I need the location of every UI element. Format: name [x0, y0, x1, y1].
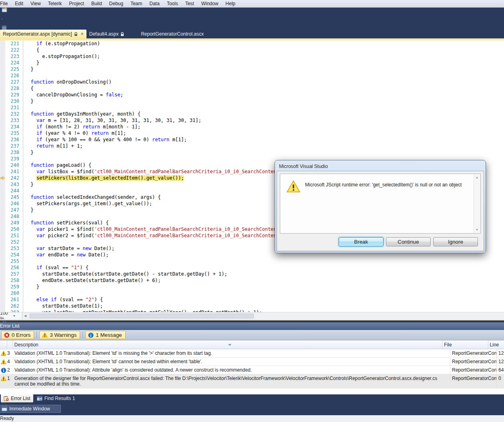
editor-bottom-bar: 100 %▼ ◀	[0, 312, 504, 319]
code-line[interactable]: 238 }	[0, 149, 504, 156]
code-line[interactable]: 230 }	[0, 98, 504, 104]
code-line[interactable]: 232 function getDaysInMonth(year, month)…	[0, 111, 504, 117]
editor-zoom-combo[interactable]: 100 %▼	[0, 312, 22, 320]
code-line[interactable]: 222 {	[0, 47, 504, 53]
dialog-title[interactable]: Microsoft Visual Studio	[277, 162, 484, 171]
file-cell: ReportGeneratorControl.ascx	[450, 349, 496, 357]
error-list-tab-icon	[4, 396, 9, 401]
panel-tab-find-results-1[interactable]: Find Results 1	[34, 394, 78, 402]
panel-tab-label: Find Results 1	[44, 396, 75, 401]
menu-item-tools[interactable]: Tools	[163, 0, 182, 8]
code-line[interactable]: 223 e.stopPropagation();	[0, 53, 504, 60]
line-number: 222	[5, 47, 19, 53]
document-tab-2[interactable]: Default4.aspx	[86, 30, 127, 38]
line-number: 236	[5, 136, 19, 143]
line-number: 225	[5, 66, 19, 72]
menu-item-help[interactable]: Help	[222, 0, 239, 8]
code-line[interactable]: 237 return m[1] + 1;	[0, 143, 504, 149]
code-line[interactable]: 234 if (month != 2) return m[month - 1];	[0, 124, 504, 130]
menu-item-debug[interactable]: Debug	[106, 0, 127, 8]
menu-item-project[interactable]: Project	[66, 0, 88, 8]
code-line[interactable]: 221 if (e.stopPropagation)	[0, 40, 504, 47]
ignore-button[interactable]: Ignore	[433, 237, 478, 246]
code-line[interactable]: 262 startDate.setDate(1);	[0, 303, 504, 309]
line-number: 221	[5, 40, 19, 47]
filter-info-button[interactable]: 1 Message	[85, 331, 125, 339]
lock-icon	[74, 32, 78, 36]
menu-item-test[interactable]: Test	[182, 0, 198, 8]
dialog-buttons: Break Continue Ignore	[339, 237, 478, 246]
line-number: 228	[5, 85, 19, 92]
code-line[interactable]: 259 }	[0, 284, 504, 290]
code-line[interactable]: 263 var lastDay = getDaysInMonth(endDate…	[0, 309, 504, 312]
error-list-row[interactable]: 2Validation (XHTML 1.0 Transitional): At…	[0, 366, 504, 374]
continue-button[interactable]: Continue	[386, 237, 431, 246]
code-line[interactable]: 257 startDate.setDate(startDate.getDate(…	[0, 271, 504, 277]
code-text: function pageLoad() {	[25, 162, 91, 168]
filter-separator	[82, 332, 83, 338]
severity-cell	[0, 374, 7, 381]
menu-bar: FileEditViewTelerikProjectBuildDebugTeam…	[0, 0, 504, 8]
runtime-error-dialog: Microsoft Visual Studio Microsoft JScrip…	[275, 160, 486, 253]
error-list-row[interactable]: 4Validation (XHTML 1.0 Transitional): El…	[0, 358, 504, 366]
error-list-row[interactable]: 1Generation of the designer file for Rep…	[0, 374, 504, 388]
code-text: cancelDropDownClosing = false;	[25, 92, 123, 98]
file-cell: ReportGeneratorControl.ascx	[450, 366, 496, 374]
number-cell: 3	[7, 349, 13, 356]
hscroll-left-arrow[interactable]: ◀	[22, 314, 28, 318]
error-list-row[interactable]: 3Validation (XHTML 1.0 Transitional): El…	[0, 349, 504, 358]
number-column-header[interactable]	[7, 340, 13, 349]
new-project-dropdown[interactable]: ▼	[0, 14, 4, 23]
line-number: 248	[5, 213, 19, 220]
code-line[interactable]: 255	[0, 258, 504, 264]
severity-column-header[interactable]	[0, 340, 7, 349]
menu-item-window[interactable]: Window	[198, 0, 222, 8]
code-line[interactable]: 225 }	[0, 66, 504, 72]
filter-warning-button[interactable]: 3 Warnings	[39, 331, 80, 339]
hscroll-thumb[interactable]	[30, 314, 254, 318]
immediate-window-label: Immediate Window	[9, 406, 50, 412]
current-statement-arrow-icon	[0, 176, 5, 180]
new-project-icon[interactable]	[0, 6, 9, 14]
menu-item-telerik[interactable]: Telerik	[44, 0, 66, 8]
severity-cell	[0, 349, 7, 356]
break-button[interactable]: Break	[339, 237, 384, 246]
code-line[interactable]: 224 }	[0, 60, 504, 66]
error-list-title-bar[interactable]: Error List	[0, 322, 504, 330]
code-text: }	[25, 149, 34, 156]
panel-tab-error-list[interactable]: Error List	[1, 394, 33, 402]
code-line[interactable]: 229 cancelDropDownClosing = false;	[0, 92, 504, 98]
code-line[interactable]: 256 if (sval == "1") {	[0, 264, 504, 271]
code-line[interactable]: 235 if (year % 4 != 0) return m[1];	[0, 130, 504, 136]
error-list-header[interactable]: Description File Line	[0, 340, 504, 349]
code-line[interactable]: 261 else if (sval == "2") {	[0, 296, 504, 303]
scroll-down-icon[interactable]: ▼	[476, 228, 479, 232]
code-text: endDate.setDate(startDate.getDate() + 6)…	[25, 277, 161, 284]
code-line[interactable]: 258 endDate.setDate(startDate.getDate() …	[0, 277, 504, 284]
menu-item-build[interactable]: Build	[88, 0, 106, 8]
document-tab-1[interactable]: ReportGenerator.aspx [dynamic]×	[0, 30, 86, 38]
code-text: }	[25, 284, 39, 290]
close-tab-icon[interactable]: ×	[81, 31, 84, 37]
file-column-header[interactable]: File	[442, 340, 488, 349]
menu-item-edit[interactable]: Edit	[11, 0, 27, 8]
code-line[interactable]: 231	[0, 104, 504, 111]
document-tab-3[interactable]: ReportGeneratorControl.ascx	[138, 30, 207, 38]
immediate-window-tab[interactable]: Immediate Window	[0, 405, 61, 413]
line-column-header[interactable]: Line	[488, 340, 504, 349]
filter-error-button[interactable]: 0 Errors	[1, 331, 34, 339]
code-line[interactable]: 226	[0, 72, 504, 79]
error-icon	[4, 332, 10, 338]
menu-item-team[interactable]: Team	[127, 0, 146, 8]
menu-item-data[interactable]: Data	[146, 0, 163, 8]
scroll-up-icon[interactable]: ▲	[476, 176, 479, 179]
code-line[interactable]: 236 if (year % 100 == 0 && year % 400 !=…	[0, 136, 504, 143]
code-line[interactable]: 233 var m = [31, 28, 31, 30, 31, 30, 31,…	[0, 117, 504, 124]
message-scrollbar[interactable]: ▲▼	[474, 174, 480, 233]
line-number: 256	[5, 264, 19, 271]
menu-item-view[interactable]: View	[27, 0, 44, 8]
code-line[interactable]: 260	[0, 290, 504, 296]
description-column-header[interactable]: Description	[13, 340, 443, 349]
code-line[interactable]: 228 {	[0, 85, 504, 92]
code-line[interactable]: 227 function onDropDownClosing()	[0, 79, 504, 85]
